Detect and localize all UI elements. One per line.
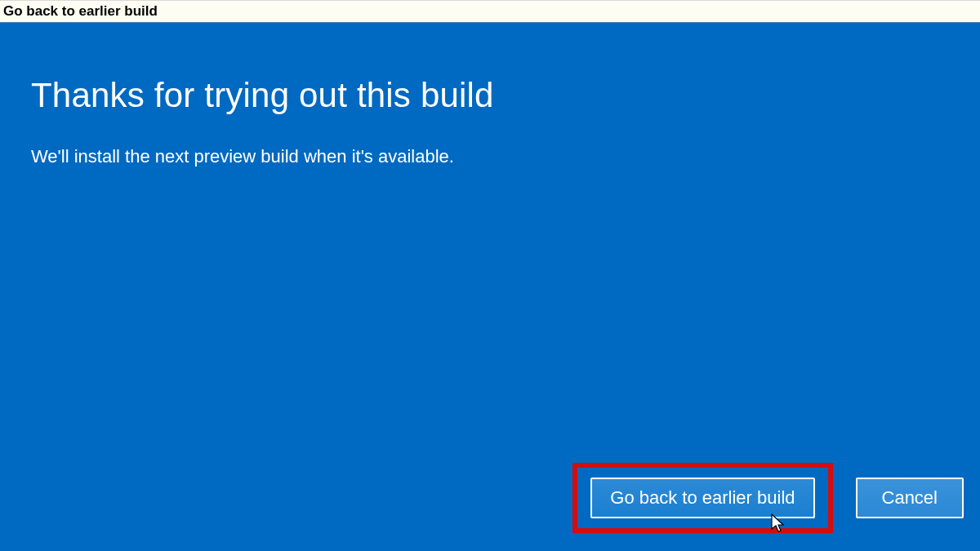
cancel-button[interactable]: Cancel	[856, 478, 964, 518]
highlight-annotation: Go back to earlier build	[572, 463, 832, 533]
window-title: Go back to earlier build	[3, 3, 158, 20]
content-area: Thanks for trying out this build We'll i…	[0, 23, 980, 551]
window-title-bar: Go back to earlier build	[0, 0, 980, 23]
button-row: Go back to earlier build Cancel	[572, 463, 964, 533]
go-back-button[interactable]: Go back to earlier build	[590, 478, 814, 518]
page-heading: Thanks for trying out this build	[31, 76, 949, 115]
page-subtext: We'll install the next preview build whe…	[31, 146, 949, 167]
